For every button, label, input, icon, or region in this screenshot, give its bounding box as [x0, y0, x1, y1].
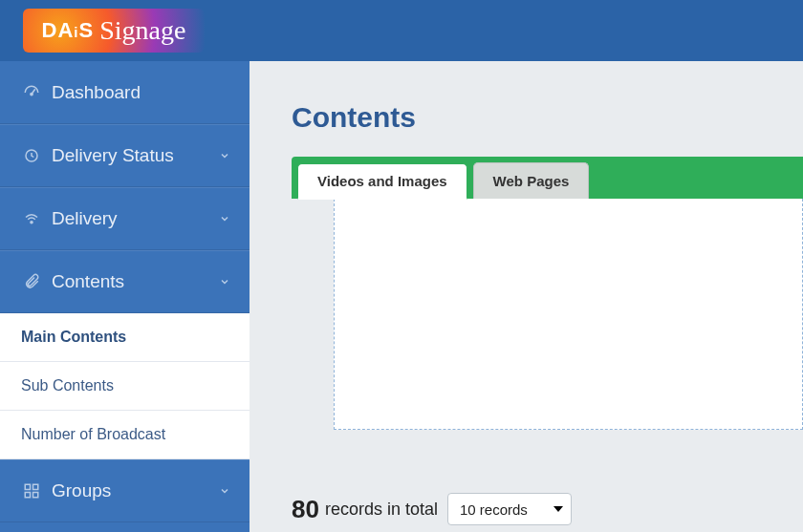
brand-logo: DAiS Signage — [23, 9, 205, 53]
sidebar-item-label: Delivery Status — [52, 145, 219, 166]
chevron-down-icon — [219, 276, 230, 287]
svg-point-2 — [31, 222, 33, 223]
sidebar-subitem-sub-contents[interactable]: Sub Contents — [0, 362, 250, 411]
records-label: records in total — [325, 500, 438, 520]
chevron-down-icon — [219, 150, 230, 161]
sidebar-item-label: Groups — [52, 480, 219, 501]
svg-rect-4 — [33, 484, 38, 489]
tab-web-pages[interactable]: Web Pages — [473, 162, 590, 199]
sidebar-item-label: Dashboard — [52, 82, 230, 103]
sidebar-item-delivery-status[interactable]: Delivery Status — [0, 124, 250, 187]
sidebar-subitem-label: Sub Contents — [21, 377, 114, 394]
tab-label: Web Pages — [493, 173, 570, 189]
sidebar-item-groups[interactable]: Groups — [0, 459, 250, 522]
main: Contents Videos and Images Web Pages 80 … — [250, 61, 803, 532]
sidebar-subitem-number-of-broadcast[interactable]: Number of Broadcast — [0, 411, 250, 459]
brand-da: DA — [42, 18, 75, 42]
page-title: Contents — [250, 61, 803, 157]
sidebar-subitem-label: Number of Broadcast — [21, 426, 165, 442]
records-per-page-select[interactable]: 10 records — [447, 493, 572, 525]
chevron-down-icon — [219, 213, 230, 224]
tab-label: Videos and Images — [317, 173, 447, 189]
caret-down-icon — [553, 506, 563, 512]
tab-videos-and-images[interactable]: Videos and Images — [297, 163, 467, 200]
svg-rect-3 — [25, 484, 30, 489]
sidebar-item-dashboard[interactable]: Dashboard — [0, 61, 250, 124]
wifi-icon — [19, 210, 44, 227]
records-count: 80 — [292, 495, 319, 524]
brand-dais: DAiS — [42, 18, 95, 43]
brand-s: S — [79, 18, 95, 42]
header: DAiS Signage — [0, 0, 803, 61]
clock-icon — [19, 147, 44, 164]
groups-icon — [19, 482, 44, 500]
content-dropzone[interactable] — [334, 199, 803, 430]
dashboard-icon — [19, 84, 44, 101]
sidebar-subitem-label: Main Contents — [21, 329, 126, 345]
svg-rect-6 — [33, 493, 38, 498]
records-row: 80 records in total 10 records — [292, 430, 803, 525]
sidebar-item-delivery[interactable]: Delivery — [0, 187, 250, 250]
sidebar-item-contents[interactable]: Contents — [0, 250, 250, 313]
chevron-down-icon — [219, 485, 230, 497]
paperclip-icon — [19, 273, 44, 290]
svg-rect-5 — [25, 493, 30, 498]
sidebar-item-label: Delivery — [52, 208, 219, 229]
tab-bar: Videos and Images Web Pages — [292, 157, 803, 199]
sidebar-subitem-main-contents[interactable]: Main Contents — [0, 313, 250, 362]
sidebar: Dashboard Delivery Status Delivery — [0, 61, 250, 532]
records-select-value: 10 records — [460, 501, 528, 518]
sidebar-item-label: Contents — [52, 271, 219, 292]
brand-signage: Signage — [99, 15, 185, 46]
sidebar-sublist-contents: Main Contents Sub Contents Number of Bro… — [0, 313, 250, 459]
